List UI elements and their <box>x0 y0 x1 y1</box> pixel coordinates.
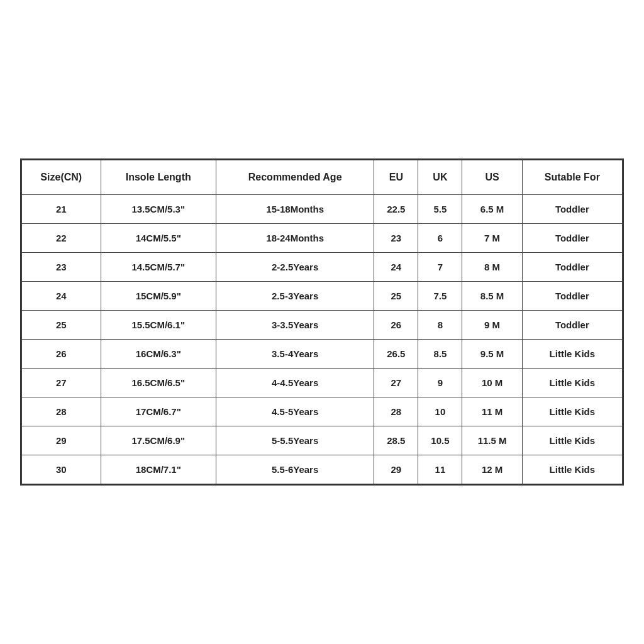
cell-r5-c4: 8.5 <box>418 340 462 369</box>
table-row: 2415CM/5.9"2.5-3Years257.58.5 MToddler <box>22 282 623 311</box>
cell-r7-c1: 17CM/6.7" <box>101 397 216 426</box>
cell-r4-c4: 8 <box>418 311 462 340</box>
cell-r6-c1: 16.5CM/6.5" <box>101 369 216 397</box>
table-row: 2314.5CM/5.7"2-2.5Years2478 MToddler <box>22 253 623 282</box>
cell-r6-c3: 27 <box>374 369 418 397</box>
cell-r2-c3: 24 <box>374 253 418 282</box>
column-header-4: UK <box>418 160 462 195</box>
column-header-6: Sutable For <box>522 160 622 195</box>
cell-r4-c0: 25 <box>22 311 101 340</box>
table-row: 2917.5CM/6.9"5-5.5Years28.510.511.5 MLit… <box>22 426 623 455</box>
cell-r2-c5: 8 M <box>462 253 522 282</box>
cell-r3-c0: 24 <box>22 282 101 311</box>
table-row: 3018CM/7.1"5.5-6Years291112 MLittle Kids <box>22 455 623 484</box>
cell-r3-c2: 2.5-3Years <box>216 282 374 311</box>
cell-r7-c0: 28 <box>22 397 101 426</box>
cell-r4-c1: 15.5CM/6.1" <box>101 311 216 340</box>
cell-r1-c1: 14CM/5.5" <box>101 224 216 253</box>
cell-r1-c2: 18-24Months <box>216 224 374 253</box>
cell-r5-c2: 3.5-4Years <box>216 340 374 369</box>
cell-r6-c5: 10 M <box>462 369 522 397</box>
cell-r7-c2: 4.5-5Years <box>216 397 374 426</box>
cell-r5-c0: 26 <box>22 340 101 369</box>
column-header-3: EU <box>374 160 418 195</box>
table-header-row: Size(CN)Insole LengthRecommended AgeEUUK… <box>22 160 623 195</box>
cell-r8-c3: 28.5 <box>374 426 418 455</box>
cell-r2-c1: 14.5CM/5.7" <box>101 253 216 282</box>
cell-r0-c3: 22.5 <box>374 195 418 224</box>
cell-r4-c5: 9 M <box>462 311 522 340</box>
cell-r9-c0: 30 <box>22 455 101 484</box>
cell-r6-c6: Little Kids <box>522 369 622 397</box>
column-header-0: Size(CN) <box>22 160 101 195</box>
cell-r2-c6: Toddler <box>522 253 622 282</box>
column-header-1: Insole Length <box>101 160 216 195</box>
cell-r3-c1: 15CM/5.9" <box>101 282 216 311</box>
column-header-2: Recommended Age <box>216 160 374 195</box>
cell-r8-c2: 5-5.5Years <box>216 426 374 455</box>
size-chart-table: Size(CN)Insole LengthRecommended AgeEUUK… <box>21 160 623 484</box>
cell-r4-c3: 26 <box>374 311 418 340</box>
cell-r4-c2: 3-3.5Years <box>216 311 374 340</box>
cell-r8-c6: Little Kids <box>522 426 622 455</box>
cell-r5-c6: Little Kids <box>522 340 622 369</box>
cell-r7-c3: 28 <box>374 397 418 426</box>
cell-r5-c5: 9.5 M <box>462 340 522 369</box>
cell-r1-c0: 22 <box>22 224 101 253</box>
cell-r9-c5: 12 M <box>462 455 522 484</box>
cell-r0-c0: 21 <box>22 195 101 224</box>
cell-r6-c4: 9 <box>418 369 462 397</box>
cell-r7-c5: 11 M <box>462 397 522 426</box>
cell-r0-c6: Toddler <box>522 195 622 224</box>
cell-r9-c1: 18CM/7.1" <box>101 455 216 484</box>
table-row: 2515.5CM/6.1"3-3.5Years2689 MToddler <box>22 311 623 340</box>
table-row: 2716.5CM/6.5"4-4.5Years27910 MLittle Kid… <box>22 369 623 397</box>
column-header-5: US <box>462 160 522 195</box>
cell-r6-c0: 27 <box>22 369 101 397</box>
cell-r1-c4: 6 <box>418 224 462 253</box>
cell-r9-c4: 11 <box>418 455 462 484</box>
cell-r5-c1: 16CM/6.3" <box>101 340 216 369</box>
table-row: 2113.5CM/5.3"15-18Months22.55.56.5 MTodd… <box>22 195 623 224</box>
cell-r2-c2: 2-2.5Years <box>216 253 374 282</box>
cell-r3-c6: Toddler <box>522 282 622 311</box>
cell-r6-c2: 4-4.5Years <box>216 369 374 397</box>
cell-r9-c3: 29 <box>374 455 418 484</box>
cell-r3-c3: 25 <box>374 282 418 311</box>
cell-r2-c0: 23 <box>22 253 101 282</box>
table-row: 2214CM/5.5"18-24Months2367 MToddler <box>22 224 623 253</box>
cell-r1-c5: 7 M <box>462 224 522 253</box>
cell-r8-c4: 10.5 <box>418 426 462 455</box>
cell-r9-c2: 5.5-6Years <box>216 455 374 484</box>
cell-r5-c3: 26.5 <box>374 340 418 369</box>
cell-r3-c4: 7.5 <box>418 282 462 311</box>
cell-r4-c6: Toddler <box>522 311 622 340</box>
size-chart-container: Size(CN)Insole LengthRecommended AgeEUUK… <box>20 158 624 486</box>
cell-r7-c6: Little Kids <box>522 397 622 426</box>
table-row: 2616CM/6.3"3.5-4Years26.58.59.5 MLittle … <box>22 340 623 369</box>
cell-r0-c2: 15-18Months <box>216 195 374 224</box>
cell-r8-c5: 11.5 M <box>462 426 522 455</box>
cell-r8-c1: 17.5CM/6.9" <box>101 426 216 455</box>
cell-r3-c5: 8.5 M <box>462 282 522 311</box>
table-row: 2817CM/6.7"4.5-5Years281011 MLittle Kids <box>22 397 623 426</box>
cell-r2-c4: 7 <box>418 253 462 282</box>
cell-r7-c4: 10 <box>418 397 462 426</box>
cell-r1-c3: 23 <box>374 224 418 253</box>
cell-r0-c4: 5.5 <box>418 195 462 224</box>
cell-r8-c0: 29 <box>22 426 101 455</box>
cell-r0-c1: 13.5CM/5.3" <box>101 195 216 224</box>
cell-r0-c5: 6.5 M <box>462 195 522 224</box>
cell-r9-c6: Little Kids <box>522 455 622 484</box>
cell-r1-c6: Toddler <box>522 224 622 253</box>
